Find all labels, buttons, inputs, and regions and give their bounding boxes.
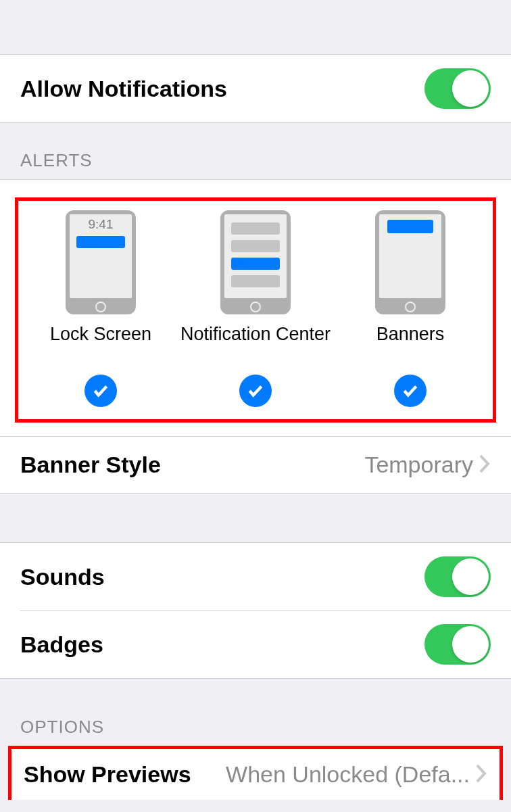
phone-mock-icon: 9:41	[66, 210, 136, 314]
alert-label: Notification Center	[180, 324, 331, 345]
gray-bar-icon	[231, 222, 280, 235]
sounds-row[interactable]: Sounds	[0, 543, 511, 611]
sounds-label: Sounds	[20, 564, 105, 590]
badges-label: Badges	[20, 631, 103, 658]
alert-label: Lock Screen	[50, 324, 151, 345]
lock-screen-time: 9:41	[74, 217, 128, 232]
checkmark-icon	[394, 375, 427, 407]
alert-label: Banners	[376, 324, 445, 345]
chevron-right-icon	[479, 454, 491, 477]
checkmark-icon	[239, 375, 272, 407]
alerts-container: 9:41 Lock Screen Notification Cen	[15, 197, 496, 423]
banner-style-row[interactable]: Banner Style Temporary	[0, 436, 511, 493]
alert-banners[interactable]: Banners	[337, 210, 483, 407]
blue-bar-icon	[231, 258, 280, 270]
badges-toggle[interactable]	[424, 624, 491, 665]
top-spacer	[0, 0, 511, 54]
home-button-icon	[405, 302, 416, 312]
home-button-icon	[95, 302, 106, 312]
sounds-toggle[interactable]	[424, 556, 491, 597]
blue-bar-icon	[76, 236, 125, 248]
alert-notification-center[interactable]: Notification Center	[180, 210, 331, 407]
gray-bar-icon	[231, 275, 280, 287]
sounds-badges-group: Sounds Badges	[0, 542, 511, 679]
show-previews-value: When Unlocked (Defa...	[226, 761, 470, 788]
section-gap	[0, 494, 511, 542]
show-previews-highlight: Show Previews When Unlocked (Defa...	[8, 746, 503, 800]
gray-bar-icon	[231, 240, 280, 252]
phone-mock-icon	[375, 210, 445, 314]
options-section-header: OPTIONS	[0, 679, 511, 746]
show-previews-row[interactable]: Show Previews When Unlocked (Defa...	[11, 749, 500, 800]
alerts-section-header: ALERTS	[0, 123, 511, 179]
blue-bar-icon	[387, 220, 433, 233]
allow-notifications-toggle[interactable]	[424, 68, 491, 109]
banner-style-label: Banner Style	[20, 452, 161, 478]
allow-notifications-label: Allow Notifications	[20, 76, 227, 102]
show-previews-label: Show Previews	[24, 761, 191, 788]
phone-mock-icon	[220, 210, 291, 314]
chevron-right-icon	[475, 763, 487, 786]
checkmark-icon	[84, 375, 117, 407]
alert-lock-screen[interactable]: 9:41 Lock Screen	[28, 210, 174, 407]
badges-row[interactable]: Badges	[0, 611, 511, 678]
allow-notifications-row[interactable]: Allow Notifications	[0, 54, 511, 123]
home-button-icon	[250, 302, 261, 312]
banner-style-value: Temporary	[364, 452, 473, 478]
alerts-group: 9:41 Lock Screen Notification Cen	[0, 179, 511, 494]
